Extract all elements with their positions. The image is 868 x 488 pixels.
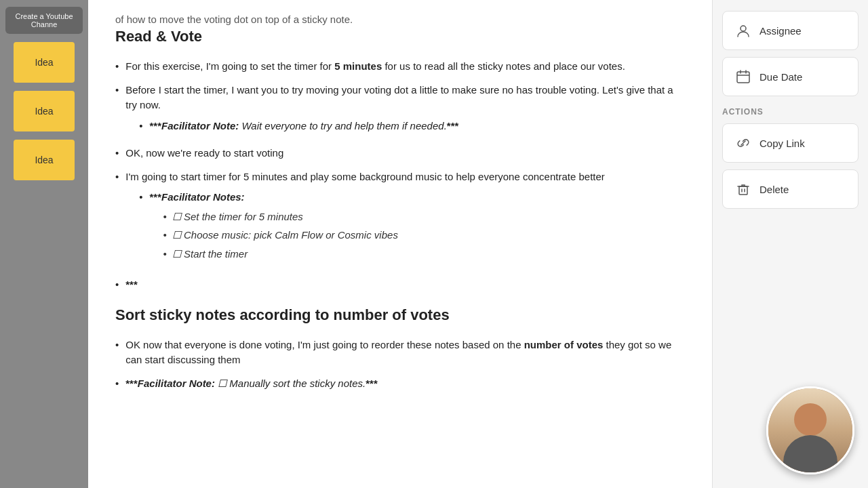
- idea-card-1[interactable]: Idea: [14, 42, 75, 83]
- bullet-text-1: For this exercise, I'm going to set the …: [125, 59, 625, 75]
- idea-card-2[interactable]: Idea: [14, 91, 75, 131]
- read-vote-list: For this exercise, I'm going to set the …: [115, 59, 685, 293]
- left-sidebar: Create a Youtube Channe Idea Idea Idea: [0, 0, 88, 488]
- calendar-icon: [734, 67, 753, 86]
- bullet-text-3: OK, now we're ready to start voting: [125, 146, 283, 161]
- section-title-read-vote: Read & Vote: [115, 28, 685, 45]
- facilitator-note-1: ***Facilitator Note: Wait everyone to tr…: [150, 119, 459, 134]
- person-head: [794, 403, 827, 436]
- due-date-button[interactable]: Due Date: [722, 57, 859, 96]
- start-timer-instruction: ☐ Start the timer: [172, 247, 248, 262]
- svg-rect-1: [737, 72, 749, 83]
- sub-sub-item-3: ☐ Start the timer: [163, 247, 398, 262]
- svg-rect-5: [739, 186, 747, 195]
- delete-button[interactable]: Delete: [722, 169, 859, 209]
- list-item: OK, now we're ready to start voting: [115, 146, 685, 161]
- facilitator-note-content: Wait everyone to try and help them if ne…: [239, 120, 447, 131]
- link-icon: [734, 134, 753, 152]
- timer-instruction: ☐ Set the timer for 5 minutes: [172, 209, 303, 225]
- stars-4: ***: [125, 378, 138, 389]
- actions-label: ACTIONS: [722, 107, 859, 117]
- facilitator-notes-2: ***Facilitator Notes: ☐ Set the timer fo…: [150, 190, 398, 265]
- sub-sub-list: ☐ Set the timer for 5 minutes ☐ Choose m…: [163, 209, 398, 262]
- stars-2: ***: [150, 191, 162, 203]
- list-item: Before I start the timer, I want you to …: [115, 83, 685, 138]
- sub-list-item: ***Facilitator Note: Wait everyone to tr…: [139, 119, 685, 134]
- sub-list-item-2: ***Facilitator Notes: ☐ Set the timer fo…: [139, 190, 605, 265]
- bold-text: 5 minutes: [334, 60, 382, 72]
- facilitator-notes-label: Facilitator Notes:: [161, 191, 245, 203]
- delete-label: Delete: [760, 184, 789, 195]
- copy-link-button[interactable]: Copy Link: [722, 123, 859, 163]
- list-item: OK now that everyone is done voting, I'm…: [115, 338, 685, 368]
- idea-card-3[interactable]: Idea: [14, 140, 75, 180]
- list-item: ***Facilitator Note: ☐ Manually sort the…: [115, 376, 685, 392]
- assignee-button[interactable]: Assignee: [722, 11, 859, 50]
- sort-facilitator-note: ***Facilitator Note: ☐ Manually sort the…: [125, 376, 377, 392]
- stars: ***: [150, 120, 162, 131]
- copy-link-label: Copy Link: [760, 138, 805, 149]
- create-channel-button[interactable]: Create a Youtube Channe: [5, 7, 83, 34]
- sub-list-2: ***Facilitator Notes: ☐ Set the timer fo…: [139, 190, 605, 265]
- bold-votes: number of votes: [524, 339, 604, 350]
- sub-sub-item-1: ☐ Set the timer for 5 minutes: [163, 209, 398, 225]
- trash-icon: [734, 180, 753, 199]
- fn-label-2: Facilitator Note:: [138, 378, 215, 389]
- due-date-label: Due Date: [760, 71, 802, 83]
- stars-3: ***: [125, 277, 138, 293]
- sub-list: ***Facilitator Note: Wait everyone to tr…: [139, 119, 685, 134]
- svg-point-0: [741, 26, 746, 31]
- facilitator-note-label: Facilitator Note:: [161, 120, 239, 131]
- list-item: ***: [115, 277, 685, 293]
- bullet-text-4: I'm going to start timer for 5 minutes a…: [125, 169, 605, 270]
- bullet-text-2: Before I start the timer, I want you to …: [125, 83, 685, 138]
- sub-sub-item-2: ☐ Choose music: pick Calm Flow or Cosmic…: [163, 228, 398, 243]
- stars-end: ***: [447, 120, 459, 131]
- section-title-sort: Sort sticky notes according to number of…: [115, 306, 685, 324]
- sort-list: OK now that everyone is done voting, I'm…: [115, 338, 685, 392]
- list-item: I'm going to start timer for 5 minutes a…: [115, 169, 685, 270]
- stars-5: ***: [366, 378, 378, 389]
- video-avatar: [766, 386, 854, 474]
- assignee-label: Assignee: [760, 25, 802, 37]
- top-partial-text: of how to move the voting dot on top of …: [115, 14, 685, 25]
- person-icon: [734, 21, 753, 40]
- sort-text-1: OK now that everyone is done voting, I'm…: [125, 338, 685, 368]
- fn-content-2: ☐ Manually sort the sticky notes.: [215, 378, 366, 389]
- music-instruction: ☐ Choose music: pick Calm Flow or Cosmic…: [172, 228, 398, 243]
- main-content: of how to move the voting dot on top of …: [88, 0, 712, 488]
- list-item: For this exercise, I'm going to set the …: [115, 59, 685, 75]
